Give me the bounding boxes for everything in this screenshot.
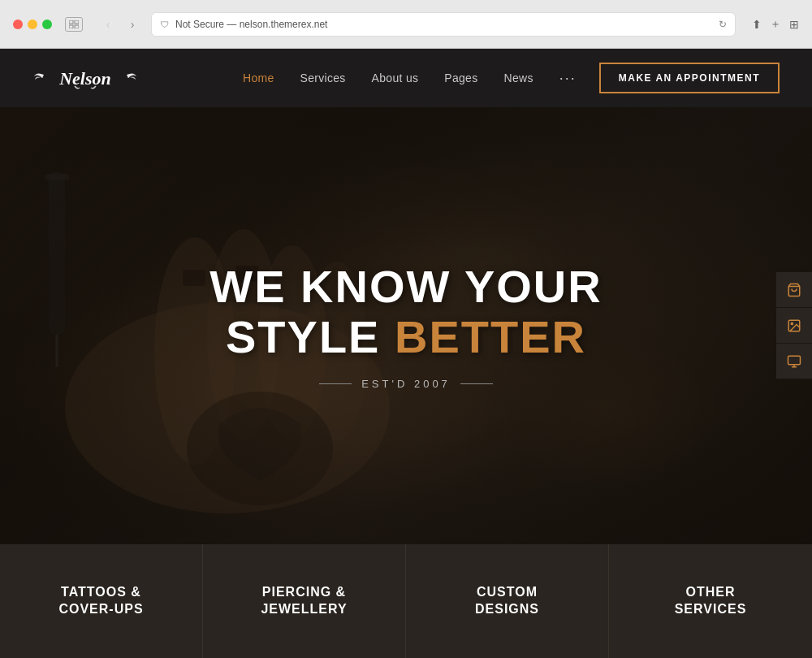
nav-more-dots[interactable]: ··· bbox=[559, 70, 577, 86]
share-icon[interactable]: ⬆ bbox=[752, 18, 762, 31]
address-bar[interactable]: 🛡 Not Secure — nelson.themerex.net ↻ bbox=[151, 12, 736, 37]
new-tab-icon[interactable]: ＋ bbox=[770, 17, 781, 32]
nav-item-home[interactable]: Home bbox=[243, 71, 274, 85]
nav-link-services[interactable]: Services bbox=[300, 71, 346, 84]
sidebar-icons bbox=[776, 272, 812, 379]
hero-title-line2-normal: STYLE bbox=[226, 311, 395, 362]
svg-rect-3 bbox=[75, 25, 79, 28]
svg-rect-0 bbox=[69, 20, 73, 24]
service-item-piercing[interactable]: PIERCING &JEWELLERY bbox=[203, 544, 406, 658]
nav-item-about[interactable]: About us bbox=[372, 71, 419, 85]
service-label-other: OTHERSERVICES bbox=[675, 584, 747, 618]
nav-item-pages[interactable]: Pages bbox=[444, 71, 477, 85]
window-controls bbox=[13, 19, 52, 29]
browser-navigation: ‹ › bbox=[99, 15, 141, 33]
hero-title-highlight: BETTER bbox=[395, 311, 586, 362]
service-label-tattoos: TATTOOS &COVER-UPS bbox=[58, 584, 143, 618]
browser-chrome: ‹ › 🛡 Not Secure — nelson.themerex.net ↻… bbox=[0, 0, 812, 49]
minimize-window-dot[interactable] bbox=[28, 19, 37, 29]
appointment-button[interactable]: MAKE AN APPOINTMENT bbox=[599, 63, 780, 93]
hero-title-line1: WE KNOW YOUR bbox=[209, 261, 602, 312]
cart-sidebar-icon[interactable] bbox=[776, 272, 812, 308]
svg-rect-1 bbox=[75, 20, 79, 24]
window-layout-icon[interactable] bbox=[65, 17, 83, 32]
nav-link-pages[interactable]: Pages bbox=[444, 71, 477, 84]
nav-item-services[interactable]: Services bbox=[300, 71, 346, 85]
svg-rect-24 bbox=[788, 356, 801, 365]
hero-subtitle: EST'D 2007 bbox=[319, 378, 493, 390]
nav-item-more[interactable]: ··· bbox=[559, 70, 577, 87]
logo-svg: Nelson bbox=[32, 60, 138, 96]
maximize-window-dot[interactable] bbox=[42, 19, 52, 29]
svg-text:Nelson: Nelson bbox=[58, 68, 111, 89]
url-text: Not Secure — nelson.themerex.net bbox=[175, 19, 712, 30]
svg-rect-2 bbox=[69, 25, 73, 28]
hero-section: I WE KNOW YOUR STYLE BETTER EST'D 2007 bbox=[0, 107, 812, 544]
service-item-tattoos[interactable]: TATTOOS &COVER-UPS bbox=[0, 544, 203, 658]
close-window-dot[interactable] bbox=[13, 19, 23, 29]
nav-item-news[interactable]: News bbox=[503, 71, 533, 85]
logo[interactable]: Nelson bbox=[32, 60, 138, 96]
navbar: Nelson Home Services About us Pages News bbox=[0, 49, 812, 107]
security-icon: 🛡 bbox=[160, 19, 169, 29]
back-button[interactable]: ‹ bbox=[99, 15, 117, 33]
svg-point-23 bbox=[791, 323, 793, 324]
hero-estd-text: EST'D 2007 bbox=[361, 378, 451, 390]
forward-button[interactable]: › bbox=[123, 15, 141, 33]
service-item-other[interactable]: OTHERSERVICES bbox=[609, 544, 812, 658]
gallery-sidebar-icon[interactable] bbox=[776, 308, 812, 344]
service-label-custom: CUSTOMDESIGNS bbox=[475, 584, 539, 618]
nav-links: Home Services About us Pages News ··· bbox=[243, 70, 577, 87]
browser-action-buttons: ⬆ ＋ ⊞ bbox=[752, 17, 799, 32]
browser-sidebar-icon[interactable] bbox=[776, 344, 812, 379]
nav-link-news[interactable]: News bbox=[503, 71, 533, 84]
website-content: Nelson Home Services About us Pages News bbox=[0, 49, 812, 658]
service-label-piercing: PIERCING &JEWELLERY bbox=[261, 584, 347, 618]
hero-title: WE KNOW YOUR STYLE BETTER bbox=[209, 262, 602, 361]
hero-content: WE KNOW YOUR STYLE BETTER EST'D 2007 bbox=[0, 107, 812, 544]
nav-link-home[interactable]: Home bbox=[243, 71, 274, 84]
extensions-icon[interactable]: ⊞ bbox=[789, 18, 799, 31]
services-bar: TATTOOS &COVER-UPS PIERCING &JEWELLERY C… bbox=[0, 544, 812, 658]
refresh-icon[interactable]: ↻ bbox=[719, 19, 727, 30]
nav-link-about[interactable]: About us bbox=[372, 71, 419, 84]
service-item-custom[interactable]: CUSTOMDESIGNS bbox=[406, 544, 609, 658]
